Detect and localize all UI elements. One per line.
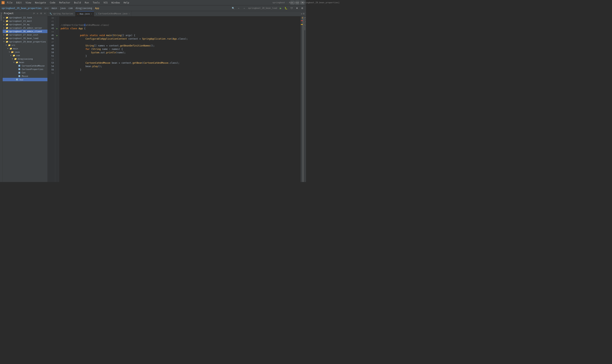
line-num: 43 <box>48 27 54 30</box>
menu-run[interactable]: Run <box>84 1 90 4</box>
menu-code[interactable]: Code <box>49 1 56 4</box>
run-gutter-icon[interactable]: ▶ <box>56 27 58 30</box>
scrollbar-thumb[interactable] <box>303 16 303 182</box>
tab-cartoon[interactable]: ☕ CartoonCatAndMouse.java ✕ <box>94 11 132 16</box>
menu-file[interactable]: File <box>6 1 13 4</box>
breadcrumb-src[interactable]: src <box>45 7 49 10</box>
tree-label-com: com <box>16 54 20 57</box>
line-num: 47 <box>48 40 54 44</box>
folder-icon: 📁 <box>6 16 8 19</box>
breadcrumb: springboot_29_bean_properties › src › ma… <box>1 7 99 10</box>
scrollbar-track[interactable] <box>303 16 303 182</box>
more-run-btn[interactable]: ▼ <box>295 6 299 10</box>
tree-item-Cat[interactable]: C Cat <box>3 71 47 74</box>
folder-icon: 📁 <box>6 33 8 36</box>
breadcrumb-main[interactable]: main <box>52 7 57 10</box>
tab-split-btn[interactable]: ⧉ <box>303 13 305 15</box>
code-content[interactable]: //@Import(CartoonCatAndMouse.class) publ… <box>59 16 301 182</box>
menu-window[interactable]: Window <box>111 1 120 4</box>
tree-item-pkg[interactable]: ▼ 📁 dingjiaxiong <box>3 57 47 61</box>
folder-icon: 📁 <box>6 37 8 39</box>
tree-item-25[interactable]: ▶ 📁 springboot_25_admin_server <box>3 26 47 30</box>
tree-item-bean[interactable]: ▼ 📁 bean <box>3 61 47 64</box>
project-settings-btn[interactable]: ⚙ <box>40 12 43 15</box>
menu-view[interactable]: View <box>25 1 32 4</box>
breadcrumb-class[interactable]: App <box>95 7 99 10</box>
method-run-call: run <box>167 37 171 40</box>
breadcrumb-java[interactable]: java <box>60 7 66 10</box>
run-btn[interactable]: ▶ <box>279 6 283 10</box>
menu-bar[interactable]: File Edit View Navigate Code Refactor Bu… <box>6 1 130 4</box>
tree-arrow: ▼ <box>10 54 13 56</box>
run-with-coverage-btn[interactable]: 🛡 <box>289 6 294 10</box>
nav-gear-btn[interactable]: ⚙ <box>300 6 305 10</box>
project-collapse-btn[interactable]: ≡ <box>36 12 39 15</box>
tab-app-java[interactable]: ☕ App.java ✕ <box>75 11 94 16</box>
run-config-label: springboot_28_bean_load <box>248 7 277 9</box>
tree-label: springboot_29_bean_properties <box>9 40 46 43</box>
tree-item-java[interactable]: ▼ 📂 java <box>3 50 47 54</box>
tree-item-29[interactable]: ▼ 📁 springboot_29_bean_properties <box>3 40 47 43</box>
line-num: 50 <box>48 51 54 54</box>
tree-item-28[interactable]: ▶ 📁 springboot_28_bean_load <box>3 37 47 40</box>
svg-text:ij: ij <box>2 2 4 4</box>
java-icon: ☕ <box>77 13 79 15</box>
menu-refactor[interactable]: Refactor <box>58 1 71 4</box>
project-sync-btn[interactable]: ⟳ <box>32 12 35 15</box>
editor-tabs: 🔧 spring.factories ☕ App.java ✕ ☕ Cartoo… <box>48 11 306 16</box>
brace-open: { <box>84 27 85 30</box>
menu-help[interactable]: Help <box>123 1 130 4</box>
tree-item-24[interactable]: ▶ 📁 springboot_24_mq <box>3 23 47 26</box>
tree-arrow: ▼ <box>7 48 10 50</box>
tree-item-26[interactable]: ▶ 📁 springboot_26_admin_client <box>3 30 47 33</box>
tab-label: App.java <box>80 13 90 15</box>
tree-label: springboot_23_mail <box>9 20 32 22</box>
class-name-app: App <box>79 27 84 30</box>
tab-menu-btn[interactable]: ≡ <box>301 13 302 15</box>
tree-item-com[interactable]: ▼ 📁 com <box>3 54 47 57</box>
nav-back-btn[interactable]: ← <box>237 6 241 10</box>
left-side-panel: Project <box>0 11 3 182</box>
tree-item-Mouse[interactable]: C Mouse <box>3 74 47 78</box>
nav-toolbar: 🔍 ← → springboot_28_bean_load ▶ 🐛 🛡 ▼ ⚙ <box>231 6 305 10</box>
tree-item-27[interactable]: ▶ 📁 springboot_27_bean_init <box>3 33 47 37</box>
menu-build[interactable]: Build <box>73 1 82 4</box>
tree-item-CartoonProperties[interactable]: C CartoonProperties <box>3 67 47 71</box>
project-panel: Project ⟳ ≡ ⚙ ✕ ▶ 📁 springboot_22_task ▶… <box>3 11 48 182</box>
arr-decl: [] names = context. <box>94 44 120 47</box>
tab-close-btn[interactable]: ✕ <box>91 13 92 15</box>
tree-label-pkg: dingjiaxiong <box>18 58 33 60</box>
menu-edit[interactable]: Edit <box>15 1 23 4</box>
keyword-static: static <box>90 34 99 37</box>
nav-search-btn[interactable]: 🔍 <box>231 6 236 10</box>
project-tab-label[interactable]: Project <box>0 12 3 21</box>
tree-label: Cat <box>22 72 26 74</box>
notifications-label[interactable]: Notifications <box>304 17 306 30</box>
tree-item-App[interactable]: C App <box>3 78 47 81</box>
menu-tools[interactable]: Tools <box>92 1 100 4</box>
tab-close-btn[interactable]: ✕ <box>129 13 130 15</box>
code-editor[interactable]: 40 41 42 43 44 45 46 47 48 49 50 51 52 5… <box>48 16 306 182</box>
menu-navigate[interactable]: Navigate <box>34 1 47 4</box>
title-bar: ij File Edit View Navigate Code Refactor… <box>0 0 306 5</box>
run-gutter-icon-2[interactable]: ▶ <box>56 34 58 37</box>
code-gutter: ▶ ▶ <box>55 16 59 182</box>
breadcrumb-package[interactable]: dingjiaxiong <box>76 7 92 10</box>
breadcrumb-com[interactable]: com <box>68 7 73 10</box>
tab-spring-factories[interactable]: 🔧 spring.factories <box>48 11 75 16</box>
dot-class: .class); <box>177 37 188 40</box>
debug-btn[interactable]: 🐛 <box>283 6 289 10</box>
tree-item-23[interactable]: ▶ 📁 springboot_23_mail <box>3 19 47 23</box>
project-close-btn[interactable]: ✕ <box>43 12 46 15</box>
nav-forward-btn[interactable]: → <box>242 6 247 10</box>
menu-vcs[interactable]: VCS <box>103 1 108 4</box>
code-line-55: } <box>61 68 299 72</box>
tree-item-main[interactable]: ▼ 📁 main <box>3 47 47 50</box>
tree-item-src[interactable]: ▼ 📁 src <box>3 43 47 47</box>
tree-item-CartoonCatAndMouse[interactable]: C CartoonCatAndMouse <box>3 64 47 67</box>
breadcrumb-project[interactable]: springboot_29_bean_properties <box>1 7 42 10</box>
tree-label: springboot_27_bean_init <box>9 34 38 36</box>
line-num: 54 <box>48 65 54 68</box>
tree-arrow: ▶ <box>3 24 6 26</box>
tree-item-22[interactable]: ▶ 📁 springboot_22_task <box>3 16 47 19</box>
